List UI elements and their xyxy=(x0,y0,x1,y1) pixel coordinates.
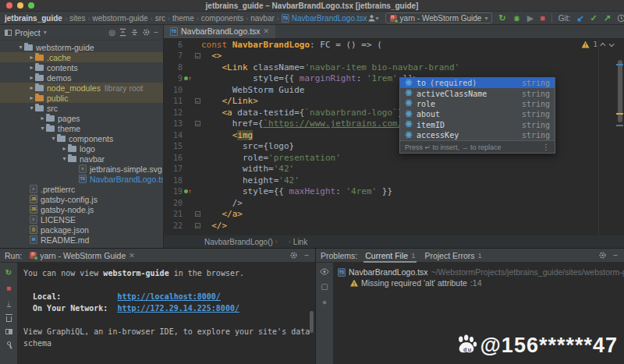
completion-item[interactable]: to(required)string xyxy=(400,78,555,88)
run-tab[interactable]: yarn - WebStorm Guide ✕ xyxy=(28,249,136,263)
git-commit-button[interactable]: ✓ xyxy=(590,14,597,23)
tab-current-file[interactable]: Current File 1 xyxy=(363,249,417,263)
hide-panel-icon[interactable]: − xyxy=(154,28,158,37)
panel-settings-gear-icon[interactable] xyxy=(289,251,298,260)
rerun-button[interactable]: ↻ xyxy=(498,14,505,23)
chevron-down-icon[interactable]: ▾ xyxy=(50,135,57,142)
gutter-marker-icon[interactable]: ↑ xyxy=(183,76,193,82)
chevron-down-icon[interactable]: ▾ xyxy=(61,155,68,162)
chevron-down-icon[interactable]: ▾ xyxy=(44,29,47,36)
chevron-right-icon[interactable]: ▸ xyxy=(39,115,46,122)
breadcrumb-file[interactable]: TS NavbarBrandLogo.tsx xyxy=(282,14,367,23)
fold-toggle-icon[interactable]: – xyxy=(193,223,201,228)
tree-item[interactable]: sjetbrains-simple.svg xyxy=(0,164,163,174)
tree-item[interactable]: ≡.prettierrc xyxy=(0,184,163,194)
editor-tab[interactable]: TS NavbarBrandLogo.tsx ✕ xyxy=(164,25,275,38)
tree-item[interactable]: ▾src xyxy=(0,103,163,113)
console-link[interactable]: http://172.29.14.225:8000/ xyxy=(117,304,239,313)
scroll-to-end-icon[interactable]: ↓ xyxy=(7,299,11,307)
project-panel-title[interactable]: Project xyxy=(15,28,41,37)
code-line[interactable]: 22– </> xyxy=(164,220,624,231)
pin-tab-icon[interactable] xyxy=(6,341,11,345)
breadcrumb-item[interactable]: jetbrains_guide xyxy=(5,14,62,23)
coverage-button[interactable]: ▶ xyxy=(527,14,534,23)
code-line[interactable]: 7– <> xyxy=(164,51,624,62)
rerun-icon[interactable]: ↻ xyxy=(5,268,12,277)
completion-item[interactable]: activeClassNamestring xyxy=(400,88,555,98)
minimize-window-icon[interactable] xyxy=(17,2,23,9)
tree-item[interactable]: TSNavbarBrandLogo.tsx xyxy=(0,174,163,184)
breadcrumb-item[interactable]: theme xyxy=(172,14,194,23)
tree-item[interactable]: ▸contents xyxy=(0,62,163,72)
code-line[interactable]: 8 <Link className='navbar-item bio-navba… xyxy=(164,62,624,73)
tree-item[interactable]: ▾navbar xyxy=(0,154,163,164)
code-line[interactable]: 17 width='42' xyxy=(164,164,624,175)
chevron-down-icon[interactable]: ▾ xyxy=(28,104,35,111)
hide-panel-icon[interactable]: − xyxy=(613,251,618,260)
chevron-right-icon[interactable]: ▸ xyxy=(28,54,35,61)
panel-settings-gear-icon[interactable] xyxy=(142,28,151,37)
history-button[interactable] xyxy=(617,14,624,23)
completion-item[interactable]: accessKeystring xyxy=(400,130,555,140)
tree-item[interactable]: ▾webstorm-guide xyxy=(0,42,163,52)
fold-toggle-icon[interactable]: – xyxy=(193,98,201,104)
more-options-icon[interactable]: ⋮ xyxy=(542,143,550,151)
tree-item[interactable]: ▾theme xyxy=(0,123,163,133)
open-in-editor-icon[interactable]: ▢ xyxy=(321,282,328,291)
clear-console-icon[interactable] xyxy=(6,316,12,322)
problems-warning-row[interactable]: ! Missing required 'alt' attribute :14 xyxy=(338,277,624,288)
chevron-down-icon[interactable]: ▾ xyxy=(39,125,46,132)
tree-item[interactable]: ▸logo xyxy=(0,143,163,154)
inspection-widget[interactable]: ! 1 xyxy=(582,41,613,48)
locate-file-icon[interactable]: ◎ xyxy=(108,28,115,37)
chevron-right-icon[interactable]: ▸ xyxy=(28,84,35,91)
stripe-mark[interactable] xyxy=(616,125,623,126)
tree-item[interactable]: ▾components xyxy=(0,133,163,143)
console-link[interactable]: http://localhost:8000/ xyxy=(117,292,220,301)
tree-item[interactable]: ≡LICENSE xyxy=(0,214,163,224)
run-console[interactable]: You can now view webstorm-guide in the b… xyxy=(17,263,315,364)
close-tab-icon[interactable]: ✕ xyxy=(129,252,135,260)
code-line[interactable]: 20 /> xyxy=(164,197,624,209)
chevron-right-icon[interactable]: ▸ xyxy=(28,74,35,81)
tree-item[interactable]: ▸demos xyxy=(0,72,163,83)
zoom-window-icon[interactable] xyxy=(28,2,34,9)
tree-item[interactable]: JSgatsby-node.js xyxy=(0,204,163,214)
gutter-marker-icon[interactable]: ↑ xyxy=(183,189,193,195)
previous-warning-icon[interactable] xyxy=(600,42,605,48)
breadcrumb-item[interactable]: sites xyxy=(69,14,86,23)
git-update-button[interactable]: ↙ xyxy=(576,14,583,23)
stop-icon[interactable]: ■ xyxy=(6,284,11,292)
tree-item[interactable]: ▸pages xyxy=(0,113,163,123)
code-line[interactable]: 6const NavbarBrandLogo: FC = () => ( xyxy=(164,39,624,51)
completion-item[interactable]: itemIDstring xyxy=(400,120,555,130)
stop-button[interactable]: ■ xyxy=(540,14,545,23)
user-avatar-icon[interactable]: ▾ xyxy=(367,14,379,23)
collapse-all-icon[interactable] xyxy=(119,28,127,37)
breadcrumb-item[interactable]: webstorm-guide xyxy=(92,14,147,23)
code-line[interactable]: 21– </a> xyxy=(164,209,624,221)
close-tab-icon[interactable]: ✕ xyxy=(264,27,270,35)
console-scrollbar[interactable] xyxy=(310,311,314,333)
tree-item[interactable]: {}package.json xyxy=(0,224,163,235)
tree-item[interactable]: MREADME.md xyxy=(0,235,163,245)
breadcrumb-item[interactable]: src xyxy=(155,14,165,23)
preview-eye-icon[interactable] xyxy=(320,268,329,275)
fold-toggle-icon[interactable]: – xyxy=(193,121,201,126)
breadcrumb-item[interactable]: components xyxy=(201,14,243,23)
chevron-right-icon[interactable]: ▸ xyxy=(61,145,68,152)
completion-item[interactable]: aboutstring xyxy=(400,109,555,119)
expand-icon[interactable] xyxy=(130,28,139,37)
problems-file-row[interactable]: TS NavbarBrandLogo.tsx ~/WebstormProject… xyxy=(338,267,624,277)
chevron-right-icon[interactable]: ▸ xyxy=(28,94,35,101)
panel-settings-gear-icon[interactable] xyxy=(598,251,607,260)
git-push-button[interactable]: ↗ xyxy=(604,14,611,23)
chevron-down-icon[interactable]: ▾ xyxy=(17,44,24,51)
tree-item[interactable]: ▸.cache xyxy=(0,52,163,62)
chevron-right-icon[interactable]: ▸ xyxy=(28,64,35,71)
code-line[interactable]: 18 height='42' xyxy=(164,175,624,186)
run-configuration-select[interactable]: yarn - WebStorm Guide ▾ xyxy=(385,12,493,23)
tree-item[interactable]: ▸public xyxy=(0,93,163,103)
warning-stripe-mark[interactable] xyxy=(616,113,623,115)
editor-breadcrumb-item[interactable]: Link xyxy=(293,238,307,246)
